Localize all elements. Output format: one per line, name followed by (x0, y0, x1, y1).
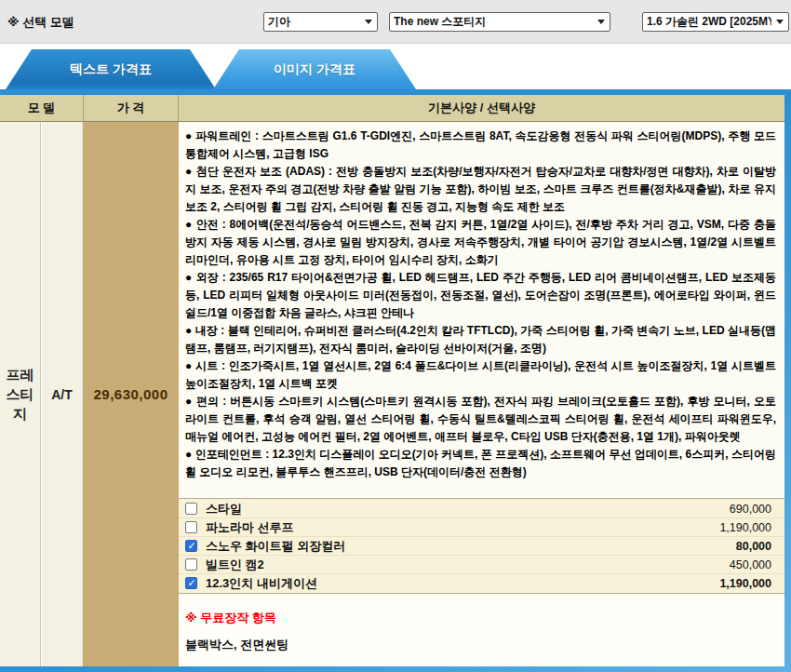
tab-text-price-label: 텍스트 가격표 (70, 61, 152, 78)
option-checkbox[interactable] (185, 558, 197, 571)
transmission-cell: A/T (42, 122, 83, 666)
spec-item-interior: ● 내장 : 블랙 인테리어, 슈퍼비전 클러스터(4.2인치 칼라 TFTLC… (185, 322, 776, 357)
right-border-strip (784, 89, 791, 672)
trim-select[interactable]: 1.6 가솔린 2WD [2025MY] (642, 12, 789, 32)
free-items-title: ※ 무료장작 항목 (185, 610, 775, 626)
spec-item-convenience: ● 편의 : 버튼시동 스마트키 시스템(스마트키 원격시동 포함), 전자식 … (185, 393, 776, 446)
spec-item-powertrain: ● 파워트레인 : 스마트스트림 G1.6 T-GDI엔진, 스마트스트림 8A… (185, 128, 776, 163)
table-header-spec: 기본사양 / 선택사양 (179, 95, 784, 121)
model-selector-bar: ※ 선택 모델 기아 The new 스포티지 1.6 가솔린 2WD [202… (0, 0, 791, 44)
option-label: 스타일 (206, 501, 242, 517)
option-price: 690,000 (730, 503, 771, 516)
option-label: 빌트인 캠2 (206, 557, 264, 573)
price-table-page: ※ 선택 모델 기아 The new 스포티지 1.6 가솔린 2WD [202… (0, 0, 791, 672)
price-cell: 29,630,000 (83, 122, 179, 666)
transmission-label: A/T (51, 387, 73, 402)
base-spec-list: ● 파워트레인 : 스마트스트림 G1.6 T-GDI엔진, 스마트스트림 8A… (179, 122, 784, 498)
trim-name: 프레스티지 (5, 365, 36, 423)
option-row-sunroof: 파노라마 선루프 1,190,000 (179, 518, 784, 537)
option-checkbox[interactable] (185, 503, 197, 515)
spec-cell: ● 파워트레인 : 스마트스트림 G1.6 T-GDI엔진, 스마트스트림 8A… (179, 122, 784, 666)
trim-select-wrap: 1.6 가솔린 2WD [2025MY] (642, 12, 789, 32)
tab-image-price-table[interactable]: 이미지 가격표 (213, 49, 416, 89)
bottom-border-strip (0, 666, 791, 672)
option-list: 스타일 690,000 파노라마 선루프 1,190,000 스노우 화이트펄 … (179, 498, 784, 593)
option-label: 스노우 화이트펄 외장컬러 (206, 538, 345, 555)
option-label: 12.3인치 내비게이션 (206, 575, 317, 592)
brand-select-wrap: 기아 (263, 12, 378, 32)
option-row-exterior-color: 스노우 화이트펄 외장컬러 80,000 (179, 537, 784, 556)
brand-select[interactable]: 기아 (263, 12, 378, 32)
option-checkbox[interactable] (185, 540, 197, 552)
table-header-row: 모 델 가 격 기본사양 / 선택사양 (0, 95, 784, 122)
free-items-text: 블랙박스, 전면썬팅 (185, 637, 775, 653)
option-checkbox[interactable] (185, 577, 197, 589)
table-header-price: 가 격 (84, 95, 179, 121)
spec-item-infotainment: ● 인포테인먼트 : 12.3인치 디스플레이 오디오(기아 커넥트, 폰 프로… (185, 446, 776, 481)
option-price: 80,000 (736, 540, 771, 553)
spec-item-seat: ● 시트 : 인조가죽시트, 1열 열선시트, 2열 6:4 폴드&다이브 시트… (185, 357, 776, 393)
spec-item-adas: ● 첨단 운전자 보조 (ADAS) : 전방 충돌방지 보조(차량/보행자/자… (185, 163, 776, 216)
option-row-style: 스타일 690,000 (179, 500, 784, 518)
option-label: 파노라마 선루프 (206, 519, 294, 536)
option-price: 1,190,000 (719, 521, 771, 534)
tab-image-price-label: 이미지 가격표 (274, 61, 355, 78)
option-row-builtin-cam: 빌트인 캠2 450,000 (179, 556, 784, 574)
model-select[interactable]: The new 스포티지 (389, 12, 610, 32)
table-header-model: 모 델 (0, 95, 84, 121)
option-price: 1,190,000 (719, 577, 771, 590)
base-price: 29,630,000 (93, 386, 168, 402)
spec-item-safety: ● 안전 : 8에어백(운전석/동승석 어드밴스드, 전복 감지 커튼, 1열/… (185, 216, 776, 269)
trim-name-cell: 프레스티지 (0, 122, 41, 666)
tab-text-price-table[interactable]: 텍스트 가격표 (6, 49, 216, 89)
option-row-navigation: 12.3인치 내비게이션 1,190,000 (179, 574, 784, 592)
spec-item-exterior: ● 외장 : 235/65 R17 타이어&전면가공 휠, LED 헤드램프, … (185, 269, 776, 322)
model-select-wrap: The new 스포티지 (389, 12, 610, 32)
option-checkbox[interactable] (185, 521, 197, 533)
free-items-section: ※ 무료장작 항목 블랙박스, 전면썬팅 (179, 593, 784, 666)
option-price: 450,000 (730, 558, 771, 571)
selected-model-label: ※ 선택 모델 (7, 14, 74, 31)
